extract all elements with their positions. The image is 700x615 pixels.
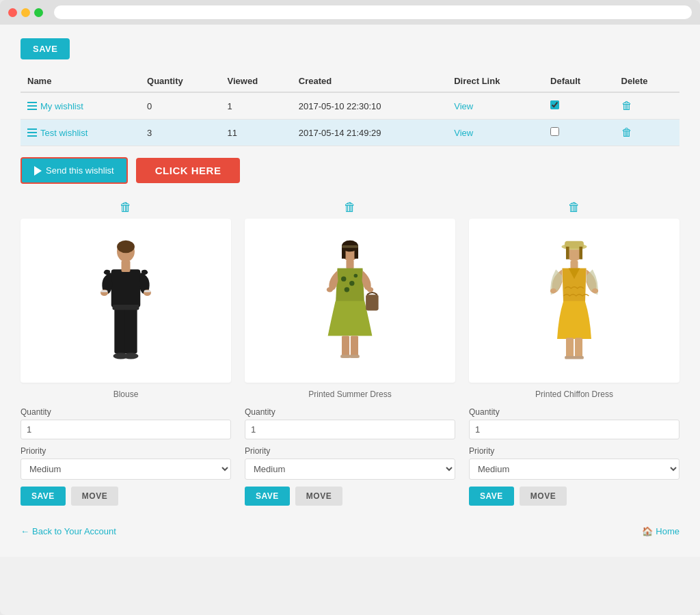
quantity-label-1: Quantity bbox=[21, 407, 231, 417]
maximize-button[interactable] bbox=[34, 8, 43, 17]
priority-select-3[interactable]: Low Medium High bbox=[469, 459, 679, 480]
item-move-button-3[interactable]: MOVE bbox=[520, 487, 567, 506]
delete-button-1[interactable]: 🗑 bbox=[621, 100, 632, 112]
quantity-input-3[interactable] bbox=[469, 420, 679, 439]
priority-group-1: Priority Low Medium High bbox=[21, 446, 231, 480]
svg-rect-39 bbox=[574, 355, 584, 359]
send-wishlist-button[interactable]: Send this wishlist bbox=[21, 157, 128, 184]
item-save-button-2[interactable]: SAVE bbox=[245, 487, 290, 506]
default-checkbox-2[interactable] bbox=[550, 127, 559, 136]
svg-rect-36 bbox=[566, 338, 574, 358]
default-checkbox-1[interactable] bbox=[550, 100, 559, 109]
quantity-input-2[interactable] bbox=[245, 420, 455, 439]
product-image-2 bbox=[302, 236, 398, 366]
priority-label-3: Priority bbox=[469, 446, 679, 456]
product-fields-3: Quantity Priority Low Medium High SAVE bbox=[469, 407, 679, 506]
row2-name-cell: Test wishlist bbox=[21, 120, 140, 146]
click-here-button[interactable]: CLICK HERE bbox=[136, 158, 241, 183]
priority-select-1[interactable]: Low Medium High bbox=[21, 459, 231, 480]
svg-rect-24 bbox=[342, 336, 349, 357]
wishlist-name-link-2[interactable]: Test wishlist bbox=[27, 128, 133, 138]
svg-point-21 bbox=[345, 287, 349, 292]
row2-viewed: 11 bbox=[221, 120, 292, 146]
svg-point-41 bbox=[592, 288, 598, 293]
send-icon bbox=[34, 166, 42, 176]
wishlist-name-link-1[interactable]: My wishlist bbox=[27, 101, 133, 111]
product-item-1: 🗑 bbox=[21, 200, 231, 506]
col-direct-link: Direct Link bbox=[447, 70, 543, 92]
quantity-label-3: Quantity bbox=[469, 407, 679, 417]
svg-rect-12 bbox=[144, 290, 150, 292]
col-quantity: Quantity bbox=[140, 70, 221, 92]
product-delete-1[interactable]: 🗑 bbox=[120, 200, 132, 215]
item-move-button-2[interactable]: MOVE bbox=[295, 487, 342, 506]
home-link[interactable]: 🏠 Home bbox=[642, 526, 679, 536]
svg-rect-26 bbox=[340, 355, 351, 358]
quantity-input-1[interactable] bbox=[21, 420, 231, 439]
products-grid: 🗑 bbox=[21, 200, 679, 506]
quantity-label-2: Quantity bbox=[245, 407, 455, 417]
item-actions-3: SAVE MOVE bbox=[469, 487, 679, 506]
table-row: Test wishlist 3 11 2017-05-14 21:49:29 V… bbox=[21, 120, 679, 146]
product-name-2: Printed Summer Dress bbox=[308, 390, 391, 399]
minimize-button[interactable] bbox=[21, 8, 30, 17]
address-bar[interactable] bbox=[54, 5, 692, 19]
table-row: My wishlist 0 1 2017-05-10 22:30:10 View bbox=[21, 92, 679, 120]
col-viewed: Viewed bbox=[221, 70, 292, 92]
product-fields-1: Quantity Priority Low Medium High SAVE bbox=[21, 407, 231, 506]
priority-label-2: Priority bbox=[245, 446, 455, 456]
col-delete: Delete bbox=[615, 70, 679, 92]
priority-select-2[interactable]: Low Medium High bbox=[245, 459, 455, 480]
main-content: SAVE Name Quantity Viewed Created Direct… bbox=[0, 25, 700, 557]
product-card-3 bbox=[469, 219, 679, 383]
list-icon bbox=[27, 102, 37, 110]
arrow-left-icon: ← bbox=[21, 526, 29, 536]
action-row: Send this wishlist CLICK HERE bbox=[21, 157, 679, 184]
back-to-account-link[interactable]: ← Back to Your Account bbox=[21, 526, 116, 536]
main-window: SAVE Name Quantity Viewed Created Direct… bbox=[0, 0, 700, 615]
item-save-button-3[interactable]: SAVE bbox=[469, 487, 514, 506]
item-save-button-1[interactable]: SAVE bbox=[21, 487, 66, 506]
svg-rect-33 bbox=[566, 246, 569, 259]
svg-rect-27 bbox=[349, 355, 360, 358]
table-body: My wishlist 0 1 2017-05-10 22:30:10 View bbox=[21, 92, 679, 146]
list-icon bbox=[27, 128, 37, 137]
svg-rect-18 bbox=[346, 260, 353, 269]
quantity-group-2: Quantity bbox=[245, 407, 455, 439]
row2-quantity: 3 bbox=[140, 120, 221, 146]
product-name-1: Blouse bbox=[113, 390, 139, 399]
close-button[interactable] bbox=[8, 8, 17, 17]
wishlist-table: Name Quantity Viewed Created Direct Link… bbox=[21, 70, 679, 146]
delete-button-2[interactable]: 🗑 bbox=[621, 126, 632, 139]
col-created: Created bbox=[292, 70, 447, 92]
item-move-button-1[interactable]: MOVE bbox=[71, 487, 118, 506]
row2-created: 2017-05-14 21:49:29 bbox=[292, 120, 447, 146]
row1-created: 2017-05-10 22:30:10 bbox=[292, 92, 447, 120]
product-delete-2[interactable]: 🗑 bbox=[344, 200, 356, 215]
svg-point-1 bbox=[117, 240, 135, 253]
product-delete-3[interactable]: 🗑 bbox=[568, 200, 580, 215]
item-actions-1: SAVE MOVE bbox=[21, 487, 231, 506]
svg-rect-6 bbox=[113, 305, 139, 310]
priority-group-3: Priority Low Medium High bbox=[469, 446, 679, 480]
svg-rect-17 bbox=[342, 245, 358, 248]
trash-icon: 🗑 bbox=[621, 126, 632, 138]
svg-rect-23 bbox=[366, 295, 379, 310]
product-name-3: Printed Chiffon Dress bbox=[535, 390, 613, 399]
svg-point-22 bbox=[354, 273, 358, 277]
quantity-group-3: Quantity bbox=[469, 407, 679, 439]
item-actions-2: SAVE MOVE bbox=[245, 487, 455, 506]
svg-rect-3 bbox=[122, 260, 131, 272]
view-link-1[interactable]: View bbox=[454, 101, 473, 111]
view-link-2[interactable]: View bbox=[454, 128, 473, 138]
row2-delete-cell: 🗑 bbox=[615, 120, 679, 146]
svg-point-8 bbox=[123, 353, 138, 359]
svg-rect-34 bbox=[579, 246, 582, 259]
svg-point-19 bbox=[341, 276, 346, 281]
save-button[interactable]: SAVE bbox=[21, 38, 70, 59]
row1-default-cell bbox=[543, 92, 615, 120]
product-item-3: 🗑 bbox=[469, 200, 679, 506]
svg-rect-25 bbox=[351, 336, 358, 357]
home-icon: 🏠 bbox=[642, 526, 653, 536]
priority-group-2: Priority Low Medium High bbox=[245, 446, 455, 480]
